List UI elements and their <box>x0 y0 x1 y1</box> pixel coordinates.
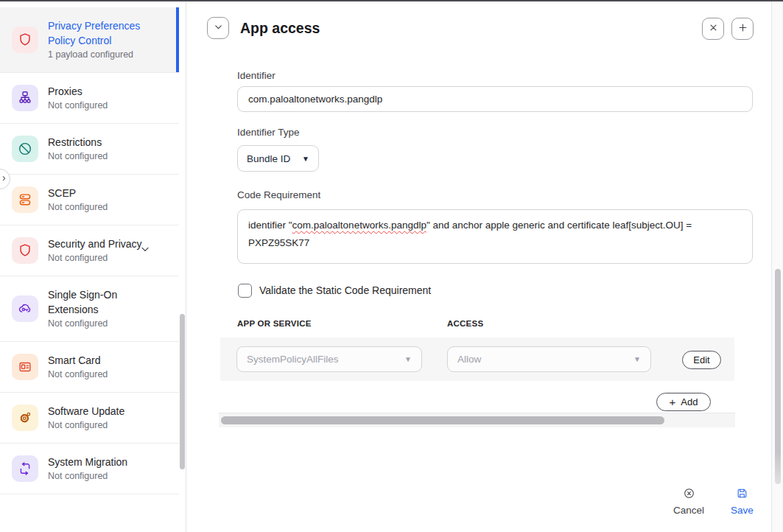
horizontal-scrollbar-thumb[interactable] <box>221 416 664 424</box>
plus-icon: + <box>670 396 676 408</box>
sidebar-item-single-sign-on-extensions[interactable]: Single Sign-On ExtensionsNot configured <box>0 276 179 342</box>
dropdown-caret-icon: ▼ <box>302 155 309 163</box>
app-or-service-value: SystemPolicyAllFiles <box>247 354 339 365</box>
plus-icon <box>737 22 748 36</box>
add-row-button[interactable]: + Add <box>656 393 711 411</box>
payload-editor-window: Privacy Preferences Policy Control1 payl… <box>0 0 783 532</box>
app-access-panel: App access Identifier Identifier Type Bu… <box>186 1 771 532</box>
identifier-type-label: Identifier Type <box>237 127 300 138</box>
shield-icon <box>12 237 38 264</box>
close-icon <box>708 22 719 36</box>
sidebar-item-smart-card[interactable]: Smart CardNot configured <box>0 342 179 393</box>
app-or-service-select[interactable]: SystemPolicyAllFiles ▼ <box>236 346 422 372</box>
dropdown-caret-icon: ▼ <box>633 355 641 363</box>
dropdown-caret-icon: ▼ <box>404 355 412 363</box>
identifier-input[interactable] <box>237 86 753 112</box>
code-requirement-label: Code Requirement <box>237 189 320 200</box>
sidebar-item-software-update[interactable]: Software UpdateNot configured <box>0 393 179 444</box>
payload-item-label: Restrictions <box>48 135 108 150</box>
collapse-section-button[interactable] <box>207 17 229 39</box>
code-requirement-flagged-text: com.paloaltonetworks.pangdlp <box>292 220 426 231</box>
sidebar-item-proxies[interactable]: ProxiesNot configured <box>0 73 179 124</box>
gear-icon <box>12 405 38 431</box>
sidebar-item-system-migration[interactable]: System MigrationNot configured <box>0 444 179 494</box>
payload-item-status: Not configured <box>48 469 127 483</box>
payload-item-label: Software Update <box>48 404 124 419</box>
sidebar-item-restrictions[interactable]: RestrictionsNot configured <box>0 124 179 175</box>
section-title: App access <box>240 20 320 37</box>
payload-item-label: Proxies <box>48 84 108 99</box>
identifier-type-select[interactable]: Bundle ID ▼ <box>237 145 319 172</box>
network-proxy-icon <box>12 85 38 111</box>
server-stack-icon <box>12 186 38 213</box>
sidebar-item-privacy-preferences-policy-control[interactable]: Privacy Preferences Policy Control1 payl… <box>0 7 179 73</box>
save-label: Save <box>731 505 754 516</box>
chevron-down-icon <box>213 21 224 35</box>
save-floppy-icon <box>736 487 748 503</box>
payload-item-label: SCEP <box>48 186 108 200</box>
payload-item-label: Smart Card <box>48 353 108 368</box>
cancel-circle-x-icon <box>683 487 695 503</box>
payload-list: Privacy Preferences Policy Control1 payl… <box>0 1 179 494</box>
validate-static-code-checkbox[interactable] <box>238 284 252 298</box>
edit-row-button[interactable]: Edit <box>682 351 721 369</box>
payload-item-status: Not configured <box>48 368 108 381</box>
cloud-key-icon <box>12 295 38 322</box>
validate-static-code-label: Validate the Static Code Requirement <box>259 284 431 296</box>
window-vertical-scrollbar <box>771 1 783 532</box>
payload-item-status: 1 payload configured <box>48 48 151 61</box>
payload-item-status: Not configured <box>48 150 108 163</box>
cancel-label: Cancel <box>673 505 704 516</box>
payload-item-status: Not configured <box>48 200 108 214</box>
payload-item-status: Not configured <box>48 251 142 265</box>
payload-sidebar: Privacy Preferences Policy Control1 payl… <box>0 1 186 532</box>
payload-item-label: System Migration <box>48 455 127 469</box>
identifier-type-value: Bundle ID <box>247 153 290 164</box>
code-requirement-textarea[interactable]: identifier "com.paloaltonetworks.pangdlp… <box>237 209 753 264</box>
payload-item-status: Not configured <box>48 419 124 432</box>
identifier-label: Identifier <box>237 70 275 81</box>
access-select[interactable]: Allow ▼ <box>447 346 651 372</box>
code-requirement-text: identifier " <box>248 220 292 231</box>
sidebar-item-scep[interactable]: SCEPNot configured <box>0 175 179 225</box>
sidebar-scrollbar-thumb[interactable] <box>180 314 185 469</box>
add-row-label: Add <box>681 396 698 407</box>
column-header-access: ACCESS <box>447 319 483 328</box>
vertical-scrollbar-thumb[interactable] <box>775 269 781 484</box>
transfer-arrows-icon <box>12 455 38 482</box>
cancel-button[interactable]: Cancel <box>667 487 711 516</box>
payload-item-label: Single Sign-On Extensions <box>48 287 151 317</box>
payload-item-label: Privacy Preferences Policy Control <box>48 18 151 48</box>
sidebar-item-security-and-privacy[interactable]: Security and PrivacyNot configured <box>0 225 179 276</box>
save-button[interactable]: Save <box>722 487 762 516</box>
chevron-down-icon[interactable] <box>139 243 151 258</box>
smart-card-icon <box>12 354 38 380</box>
payload-item-status: Not configured <box>48 99 108 112</box>
prohibition-icon <box>12 136 38 162</box>
payload-item-status: Not configured <box>48 317 151 330</box>
table-horizontal-scrollbar <box>219 413 735 427</box>
add-section-button[interactable] <box>731 18 754 40</box>
payload-item-label: Security and Privacy <box>48 237 142 251</box>
access-value: Allow <box>457 354 481 365</box>
shield-icon <box>12 27 38 53</box>
chevron-right-icon: › <box>2 172 6 183</box>
remove-section-button[interactable] <box>702 18 724 40</box>
column-header-app-or-service: APP OR SERVICE <box>237 319 312 328</box>
